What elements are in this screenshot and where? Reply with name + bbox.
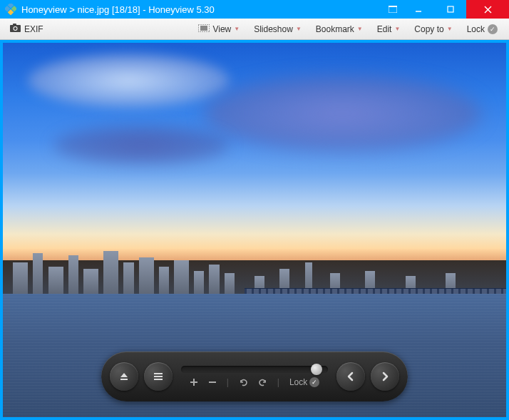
camera-icon — [10, 24, 21, 34]
lock-small-label: Lock — [289, 377, 307, 387]
chevron-down-icon: ▼ — [394, 26, 400, 32]
slideshow-label: Slideshow — [254, 24, 293, 34]
eject-button[interactable] — [110, 362, 138, 391]
next-button[interactable] — [371, 362, 399, 391]
svg-rect-11 — [13, 24, 16, 26]
svg-rect-7 — [448, 6, 453, 12]
lock-toggle-small[interactable]: Lock ✓ — [289, 377, 319, 387]
chevron-down-icon: ▼ — [447, 26, 453, 32]
edit-menu[interactable]: Edit ▼ — [371, 22, 406, 36]
toolbar: EXIF View ▼ Slideshow ▼ Bookmark ▼ Edit … — [0, 19, 509, 40]
close-button[interactable] — [466, 0, 509, 19]
player-controlbar: | | Lock ✓ — [101, 352, 408, 401]
svg-rect-5 — [389, 6, 397, 7]
exif-label: EXIF — [24, 24, 43, 34]
slider-thumb[interactable] — [311, 364, 322, 375]
lock-toggle[interactable]: Lock ✓ — [461, 22, 503, 36]
titlebar[interactable]: Honeyview > nice.jpg [18/18] - Honeyview… — [0, 0, 509, 19]
previous-button[interactable] — [336, 362, 365, 391]
chevron-down-icon: ▼ — [234, 26, 240, 32]
slideshow-menu[interactable]: Slideshow ▼ — [248, 22, 307, 36]
rotate-right-button[interactable] — [258, 378, 267, 387]
rotate-left-button[interactable] — [239, 378, 248, 387]
minimize-button[interactable] — [402, 0, 434, 19]
view-label: View — [212, 24, 231, 34]
svg-rect-16 — [120, 379, 128, 380]
image-viewport[interactable]: | | Lock ✓ — [0, 40, 509, 420]
copyto-label: Copy to — [414, 24, 443, 34]
chevron-down-icon: ▼ — [357, 26, 363, 32]
menu-button[interactable] — [144, 362, 173, 391]
window-controls — [384, 0, 509, 19]
bookmark-menu[interactable]: Bookmark ▼ — [310, 22, 369, 36]
exif-button[interactable]: EXIF — [6, 22, 48, 36]
edit-label: Edit — [377, 24, 392, 34]
view-menu[interactable]: View ▼ — [192, 22, 245, 36]
svg-point-13 — [14, 27, 17, 30]
copy-to-menu[interactable]: Copy to ▼ — [408, 22, 458, 36]
check-circle-icon: ✓ — [309, 377, 319, 387]
svg-rect-17 — [154, 373, 163, 374]
compact-mode-button[interactable] — [384, 0, 402, 19]
zoom-in-button[interactable] — [190, 378, 198, 386]
svg-rect-15 — [200, 26, 207, 31]
zoom-out-button[interactable] — [208, 378, 217, 386]
lock-label: Lock — [467, 24, 485, 34]
progress-slider[interactable] — [181, 366, 328, 373]
view-mode-icon — [198, 24, 210, 34]
bookmark-label: Bookmark — [316, 24, 354, 34]
svg-rect-18 — [154, 376, 163, 377]
app-logo-icon — [4, 3, 17, 16]
chevron-down-icon: ▼ — [296, 26, 302, 32]
svg-rect-19 — [154, 379, 163, 380]
maximize-button[interactable] — [434, 0, 466, 19]
window-title: Honeyview > nice.jpg [18/18] - Honeyview… — [21, 4, 384, 15]
check-circle-icon: ✓ — [488, 24, 498, 34]
